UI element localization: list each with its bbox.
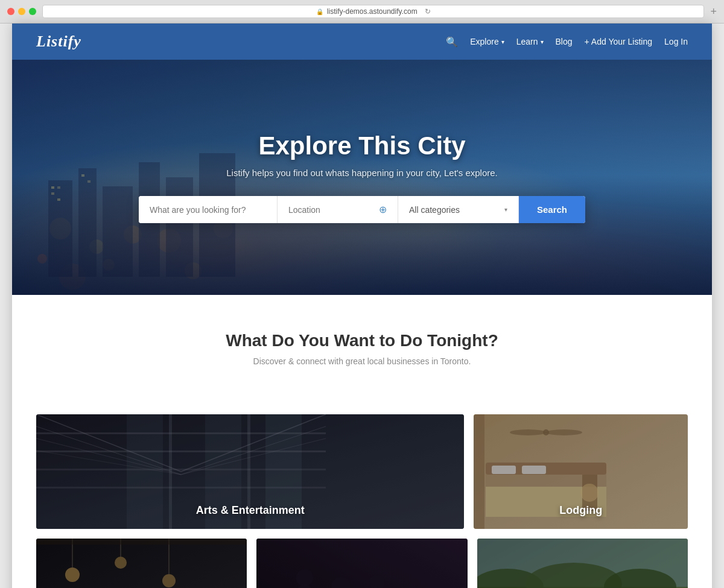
hero-subtitle: Listify helps you find out whats happeni… — [226, 168, 498, 178]
category-section: What Do You Want to Do Tonight? Discover… — [12, 295, 712, 414]
browser-window-controls — [7, 8, 36, 15]
lodging-label: Lodging — [559, 504, 602, 517]
city-lights-overlay — [12, 174, 712, 295]
category-row-2: Restaurants — [36, 539, 688, 588]
logo[interactable]: Listify — [36, 33, 81, 51]
category-card-lodging[interactable]: Lodging — [474, 414, 688, 529]
category-card-nightlife[interactable]: Nightlife — [256, 539, 467, 588]
site-header: Listify 🔍 Explore ▾ Learn ▾ Blog + Add Y… — [12, 24, 712, 60]
category-card-arts[interactable]: Arts & Entertainment — [36, 414, 464, 529]
learn-nav-item[interactable]: Learn ▾ — [516, 37, 544, 46]
nightlife-overlay — [256, 539, 467, 588]
explore-chevron-icon: ▾ — [501, 39, 504, 45]
category-card-outdoors[interactable]: Outdoors — [477, 539, 688, 588]
location-input-wrap: ⊕ — [278, 196, 398, 223]
what-search-input[interactable] — [139, 196, 278, 223]
maximize-button[interactable] — [29, 8, 36, 15]
add-listing-nav-item[interactable]: + Add Your Listing — [585, 37, 653, 46]
location-input[interactable] — [288, 205, 374, 215]
section-subtitle: Discover & connect with great local busi… — [36, 356, 688, 366]
login-nav-item[interactable]: Log In — [664, 37, 688, 46]
restaurants-overlay — [36, 539, 247, 588]
lock-icon: 🔒 — [316, 8, 323, 15]
explore-nav-item[interactable]: Explore ▾ — [470, 37, 504, 46]
category-row-1: Arts & Entertainment — [36, 414, 688, 529]
hero-content: Explore This City Listify helps you find… — [226, 131, 498, 178]
close-button[interactable] — [7, 8, 14, 15]
hero-section: Explore This City Listify helps you find… — [12, 60, 712, 295]
site-wrapper: Listify 🔍 Explore ▾ Learn ▾ Blog + Add Y… — [12, 24, 712, 588]
outdoors-overlay — [477, 539, 688, 588]
browser-chrome: 🔒 listify-demos.astoundify.com ↻ + — [0, 0, 724, 24]
learn-chevron-icon: ▾ — [541, 39, 544, 45]
refresh-icon[interactable]: ↻ — [425, 7, 431, 16]
category-select[interactable]: All categories ▾ — [398, 196, 519, 223]
address-bar[interactable]: 🔒 listify-demos.astoundify.com ↻ — [42, 5, 704, 18]
category-grid: Arts & Entertainment — [12, 414, 712, 588]
main-nav: 🔍 Explore ▾ Learn ▾ Blog + Add Your List… — [446, 36, 688, 48]
category-card-restaurants[interactable]: Restaurants — [36, 539, 247, 588]
minimize-button[interactable] — [18, 8, 25, 15]
gps-icon[interactable]: ⊕ — [379, 204, 387, 215]
section-title: What Do You Want to Do Tonight? — [36, 331, 688, 350]
search-button[interactable]: Search — [519, 196, 585, 223]
category-chevron-icon: ▾ — [504, 206, 507, 213]
hero-title: Explore This City — [226, 131, 498, 160]
blog-nav-item[interactable]: Blog — [556, 37, 573, 46]
arts-label: Arts & Entertainment — [196, 504, 305, 517]
category-select-label: All categories — [409, 205, 460, 215]
search-bar: ⊕ All categories ▾ Search — [139, 196, 585, 223]
search-icon[interactable]: 🔍 — [446, 36, 458, 48]
new-tab-button[interactable]: + — [710, 5, 717, 18]
url-text: listify-demos.astoundify.com — [327, 7, 418, 16]
